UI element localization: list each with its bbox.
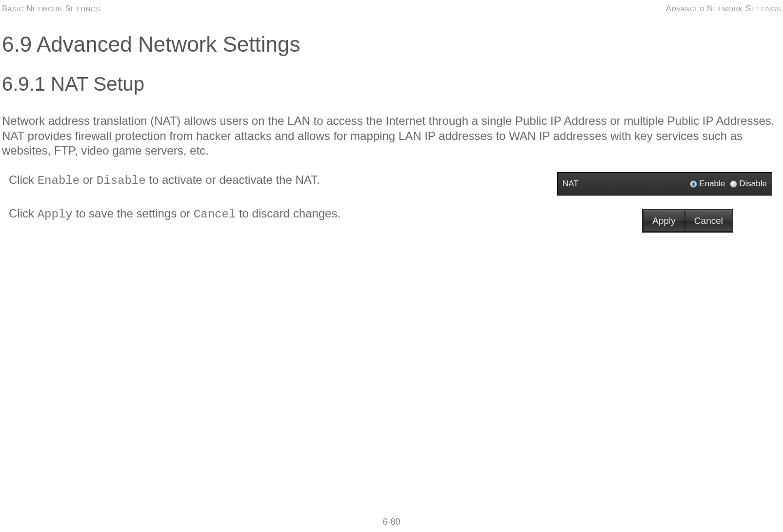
text: Click — [9, 173, 38, 186]
code-apply: Apply — [38, 208, 73, 221]
ui-screenshot-column: NAT Enable Disable Apply Cancel — [547, 172, 781, 233]
text: to save the settings or — [73, 207, 194, 220]
text: to activate or deactivate the NAT. — [146, 173, 320, 186]
instruction-apply-cancel: Click Apply to save the settings or Canc… — [9, 206, 527, 222]
nat-radio-group: Enable Disable — [690, 179, 767, 189]
nat-label: NAT — [562, 179, 579, 189]
page-number: 6-80 — [382, 517, 400, 527]
apply-cancel-group: Apply Cancel — [642, 209, 733, 233]
subsection-title: 6.9.1 NAT Setup — [2, 73, 781, 95]
header-left: BASIC NETWORK SETTINGS — [2, 4, 100, 14]
apply-button[interactable]: Apply — [643, 210, 685, 232]
page-header: BASIC NETWORK SETTINGS ADVANCED NETWORK … — [0, 0, 783, 14]
page-footer: 6-80 — [0, 517, 783, 527]
two-column-row: Click Enable or Disable to activate or d… — [2, 172, 781, 239]
text: Click — [9, 207, 38, 220]
cancel-button[interactable]: Cancel — [685, 210, 732, 232]
section-title: 6.9 Advanced Network Settings — [2, 32, 781, 57]
radio-icon — [690, 180, 697, 188]
radio-icon — [730, 180, 737, 188]
text: or — [80, 173, 97, 186]
instruction-enable-disable: Click Enable or Disable to activate or d… — [9, 172, 527, 188]
code-disable: Disable — [97, 174, 146, 187]
instructions-column: Click Enable or Disable to activate or d… — [2, 172, 527, 239]
radio-label-enable: Enable — [699, 179, 725, 189]
intro-paragraph: Network address translation (NAT) allows… — [2, 114, 781, 158]
code-cancel: Cancel — [194, 208, 236, 221]
nat-radio-enable[interactable]: Enable — [690, 179, 725, 189]
radio-label-disable: Disable — [739, 179, 767, 189]
nat-setting-row: NAT Enable Disable — [557, 172, 772, 196]
header-right: ADVANCED NETWORK SETTINGS — [666, 4, 781, 14]
text: to discard changes. — [236, 207, 341, 220]
nat-radio-disable[interactable]: Disable — [730, 179, 767, 189]
code-enable: Enable — [38, 174, 80, 187]
page-content: 6.9 Advanced Network Settings 6.9.1 NAT … — [0, 14, 783, 240]
